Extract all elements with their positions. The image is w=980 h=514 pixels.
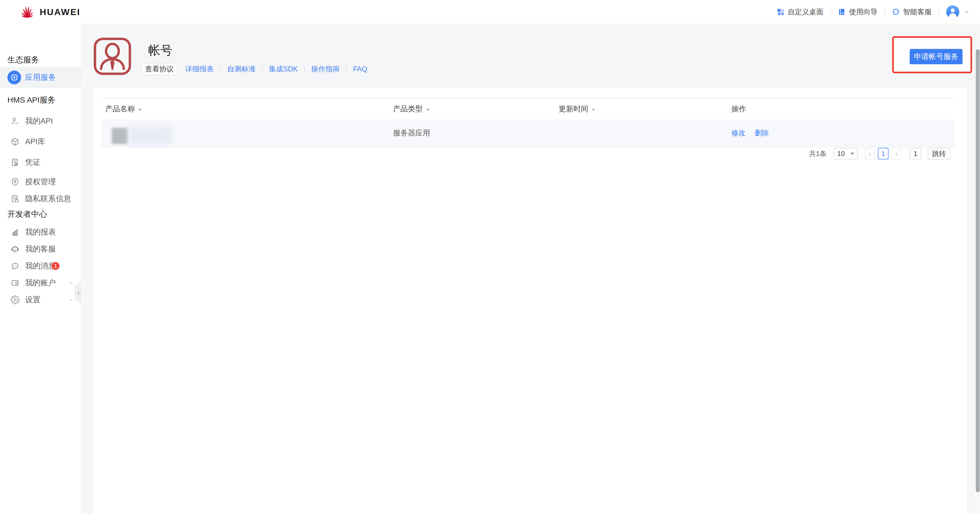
huawei-logo[interactable]: HUAWEI: [19, 6, 80, 18]
unread-messages-badge: 1: [52, 262, 59, 270]
sidebar-item-my-support[interactable]: 我的客服: [0, 241, 81, 257]
separator: |: [261, 65, 263, 73]
sort-chevron-down-icon[interactable]: [425, 106, 431, 113]
sidebar-item-api-library[interactable]: API库: [0, 133, 81, 150]
modify-link[interactable]: 修改: [731, 129, 746, 137]
sidebar-item-label: API库: [25, 136, 45, 147]
user-guide-label: 使用向导: [849, 7, 877, 17]
column-header-actions: 操作: [731, 104, 955, 114]
sidebar-item-label: 我的客服: [25, 244, 56, 254]
tab-detailed-report[interactable]: 详细报表: [185, 64, 214, 74]
user-guide-icon: [838, 8, 846, 16]
sidebar-item-authorization[interactable]: 授权管理: [0, 173, 81, 190]
privacy-info-icon: [11, 194, 19, 203]
hms-console-screen: HUAWEI 自定义桌面 |: [0, 0, 980, 514]
account-menu[interactable]: [946, 5, 970, 19]
sidebar-section-hms-api: HMS API服务: [7, 95, 56, 105]
product-table-card: 产品名称 产品类型 更新时间: [93, 88, 967, 514]
sidebar-item-label: 我的消息: [25, 261, 56, 271]
huawei-flower-icon: [19, 6, 35, 18]
my-messages-icon: [11, 262, 19, 270]
separator: |: [304, 65, 305, 73]
total-count-label: 共1条: [809, 149, 827, 159]
separator: |: [830, 8, 832, 16]
sidebar: 生态服务 应用服务 HMS API服务 API 我的API: [0, 24, 82, 514]
custom-desktop-button[interactable]: 自定义桌面: [770, 7, 830, 17]
page-title: 帐号: [148, 42, 172, 59]
caret-down-icon: [850, 152, 854, 155]
separator: |: [884, 8, 886, 16]
sidebar-section-eco-services: 生态服务: [7, 54, 39, 65]
sidebar-item-app-services[interactable]: 应用服务: [0, 67, 81, 88]
my-api-icon: API: [11, 117, 19, 125]
my-account-icon: [11, 278, 19, 287]
top-actions: 自定义桌面 | 使用向导 |: [770, 5, 970, 19]
actions-cell: 修改 删除: [731, 128, 955, 138]
column-label: 产品类型: [393, 104, 423, 114]
chevron-down-icon[interactable]: [964, 9, 970, 15]
tab-operation-guide[interactable]: 操作指南: [311, 64, 340, 74]
sidebar-item-my-api[interactable]: API 我的API: [0, 113, 81, 130]
tab-self-test-standard[interactable]: 自测标准: [227, 64, 256, 74]
column-header-updated-time[interactable]: 更新时间: [558, 104, 731, 114]
redacted-product-name: [129, 126, 172, 144]
smart-support-icon: [892, 8, 900, 16]
sidebar-item-label: 应用服务: [25, 72, 56, 83]
page-size-value: 10: [837, 150, 845, 158]
table-row[interactable]: 服务器应用 修改 删除: [101, 119, 955, 147]
chevron-down-icon[interactable]: [68, 280, 74, 286]
page-jump-input[interactable]: [910, 148, 921, 159]
user-guide-button[interactable]: 使用向导: [831, 7, 884, 17]
chevron-left-icon: ‹: [77, 289, 80, 297]
credentials-icon: [11, 158, 19, 167]
tab-integrate-sdk[interactable]: 集成SDK: [269, 64, 298, 74]
sidebar-item-credentials[interactable]: 凭证: [0, 154, 81, 171]
sidebar-item-label: 授权管理: [25, 177, 56, 187]
sidebar-item-label: 隐私联系信息: [25, 194, 71, 204]
chevron-down-icon[interactable]: [68, 297, 74, 303]
scrollbar-track[interactable]: [975, 48, 980, 514]
custom-desktop-label: 自定义桌面: [788, 7, 823, 17]
account-badge-icon: [93, 37, 132, 76]
app-service-icon: [7, 71, 21, 84]
table-header-row: 产品名称 产品类型 更新时间: [101, 98, 955, 119]
sidebar-item-privacy-info[interactable]: 隐私联系信息: [0, 190, 81, 207]
my-reports-icon: [11, 228, 19, 236]
custom-desktop-icon: [776, 8, 784, 16]
current-page-button[interactable]: 1: [878, 148, 888, 159]
delete-link[interactable]: 删除: [755, 129, 769, 137]
pagination: 共1条 10 ‹ 1 › 跳转: [809, 148, 950, 159]
separator: |: [220, 65, 221, 73]
sort-chevron-down-icon[interactable]: [137, 106, 143, 113]
tab-faq[interactable]: FAQ: [353, 65, 367, 73]
column-label: 更新时间: [558, 104, 588, 114]
sidebar-item-my-messages[interactable]: 我的消息 1: [0, 257, 81, 274]
sort-chevron-down-icon[interactable]: [591, 106, 597, 113]
my-support-icon: [11, 244, 19, 254]
redacted-product-icon: [111, 128, 128, 144]
scrollbar-thumb[interactable]: [976, 49, 980, 492]
sidebar-section-developer-center: 开发者中心: [7, 209, 47, 220]
authorization-icon: [11, 178, 19, 186]
svg-text:API: API: [15, 122, 19, 125]
next-page-button[interactable]: ›: [892, 148, 902, 159]
tab-view-agreement[interactable]: 查看协议: [142, 63, 177, 75]
sidebar-item-label: 我的报表: [25, 227, 56, 238]
avatar[interactable]: [946, 5, 959, 19]
product-type-cell: 服务器应用: [393, 128, 558, 138]
column-label: 操作: [731, 104, 746, 114]
sidebar-item-settings[interactable]: 设置: [0, 291, 81, 308]
separator: |: [345, 65, 347, 73]
product-name-cell: [105, 119, 393, 147]
prev-page-button[interactable]: ‹: [865, 148, 875, 159]
column-header-product-type[interactable]: 产品类型: [393, 104, 558, 114]
sidebar-item-my-account[interactable]: 我的账户: [0, 274, 81, 291]
sidebar-item-my-reports[interactable]: 我的报表: [0, 224, 81, 241]
brand-text: HUAWEI: [40, 7, 80, 17]
jump-button[interactable]: 跳转: [928, 148, 950, 159]
sidebar-item-label: 凭证: [25, 157, 40, 168]
column-header-product-name[interactable]: 产品名称: [105, 104, 393, 114]
smart-support-button[interactable]: 智能客服: [886, 7, 938, 17]
page-size-select[interactable]: 10: [834, 148, 858, 159]
apply-account-service-button[interactable]: 申请帐号服务: [910, 49, 963, 64]
